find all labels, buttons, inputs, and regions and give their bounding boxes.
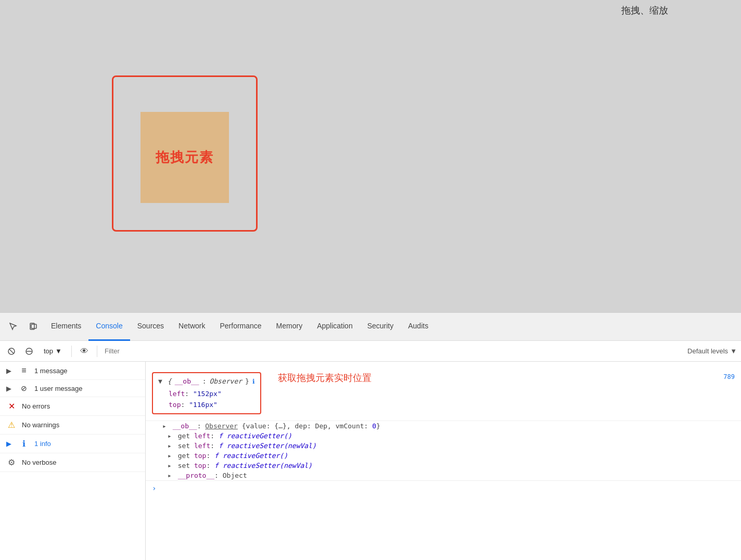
tab-elements[interactable]: Elements <box>44 313 88 341</box>
annotation-label: 获取拖拽元素实时位置 <box>278 370 372 385</box>
chevron-down-icon2: ▼ <box>730 347 737 355</box>
drag-label: 拖拽元素 <box>156 148 214 167</box>
devtools-panel: Elements Console Sources Network Perform… <box>0 312 741 560</box>
tab-sources[interactable]: Sources <box>130 313 171 341</box>
filter-input[interactable] <box>103 346 684 356</box>
tab-audits[interactable]: Audits <box>401 313 436 341</box>
toolbar-divider2 <box>97 346 97 357</box>
device-icon[interactable] <box>24 317 43 336</box>
warning-icon: ⚠ <box>6 420 17 430</box>
prompt-chevron: › <box>152 484 156 492</box>
tab-performance[interactable]: Performance <box>212 313 269 341</box>
eye-icon[interactable]: 👁 <box>77 344 92 359</box>
info-icon: ℹ <box>19 439 29 449</box>
console-line-ob: ▸ __ob__: Observer {value: {…}, dep: Dep… <box>146 421 741 431</box>
expand-get-left[interactable]: ▸ <box>168 432 172 440</box>
context-select[interactable]: top ▼ <box>40 346 66 356</box>
line-number: 789 <box>719 372 735 381</box>
console-line-get-top: ▸ get top: f reactiveGetter() <box>146 451 741 461</box>
devtools-tabs-bar: Elements Console Sources Network Perform… <box>0 313 741 341</box>
console-toolbar: top ▼ 👁 Default levels ▼ <box>0 341 741 362</box>
block-icon[interactable] <box>22 344 36 359</box>
tab-memory[interactable]: Memory <box>269 313 310 341</box>
svg-line-3 <box>9 349 14 353</box>
expand-set-top[interactable]: ▸ <box>168 462 172 469</box>
tab-application[interactable]: Application <box>310 313 360 341</box>
console-line-set-left: ▸ set left: f reactiveSetter(newVal) <box>146 441 741 451</box>
info-badge[interactable]: ℹ <box>252 377 255 386</box>
tab-security[interactable]: Security <box>360 313 401 341</box>
user-icon: ⊘ <box>19 384 29 392</box>
inspect-icon[interactable] <box>4 317 23 336</box>
console-sidebar: ▶ ≡ 1 message ▶ ⊘ 1 user message ✕ No er… <box>0 362 146 560</box>
sidebar-warnings[interactable]: ⚠ No warnings <box>0 416 145 435</box>
toolbar-divider <box>71 346 72 357</box>
sidebar-errors[interactable]: ✕ No errors <box>0 397 145 416</box>
console-output[interactable]: ▼ {__ob__: Observer} ℹ left: "152px" top… <box>146 362 741 560</box>
obj-expand-arrow[interactable]: ▼ <box>158 376 162 387</box>
object-display[interactable]: ▼ {__ob__: Observer} ℹ left: "152px" top… <box>152 372 261 414</box>
expand-proto[interactable]: ▸ <box>168 472 172 479</box>
expand-icon3: ▶ <box>6 440 11 448</box>
tab-network[interactable]: Network <box>171 313 212 341</box>
default-levels-btn[interactable]: Default levels ▼ <box>687 347 737 355</box>
clear-console-btn[interactable] <box>4 344 19 359</box>
sidebar-verbose[interactable]: ⚙ No verbose <box>0 453 145 472</box>
sidebar-info[interactable]: ▶ ℹ 1 info <box>0 435 145 453</box>
console-line-proto: ▸ __proto__: Object <box>146 470 741 480</box>
expand-icon: ▶ <box>6 367 11 375</box>
sidebar-user-messages[interactable]: ▶ ⊘ 1 user message <box>0 380 145 397</box>
inner-drag-element[interactable]: 拖拽元素 <box>140 112 229 203</box>
error-icon: ✕ <box>6 401 17 411</box>
console-line-get-left: ▸ get left: f reactiveGetter() <box>146 431 741 441</box>
browser-viewport: 拖拽、缩放 拖拽元素 <box>0 0 741 312</box>
console-entry-main: ▼ {__ob__: Observer} ℹ left: "152px" top… <box>146 366 741 421</box>
expand-icon2: ▶ <box>6 385 11 392</box>
console-content: ▶ ≡ 1 message ▶ ⊘ 1 user message ✕ No er… <box>0 362 741 560</box>
chevron-down-icon: ▼ <box>55 347 62 355</box>
svg-rect-1 <box>31 324 36 328</box>
top-right-label: 拖拽、缩放 <box>621 4 668 17</box>
tab-console[interactable]: Console <box>88 313 130 341</box>
expand-ob[interactable]: ▸ <box>162 422 167 430</box>
console-input-area[interactable]: › <box>146 480 741 495</box>
sidebar-all-messages[interactable]: ▶ ≡ 1 message <box>0 362 145 380</box>
expand-set-left[interactable]: ▸ <box>168 442 172 450</box>
console-line-set-top: ▸ set top: f reactiveSetter(newVal) <box>146 461 741 470</box>
list-icon: ≡ <box>19 366 29 375</box>
expand-get-top[interactable]: ▸ <box>168 452 172 460</box>
gear-icon: ⚙ <box>6 457 17 467</box>
